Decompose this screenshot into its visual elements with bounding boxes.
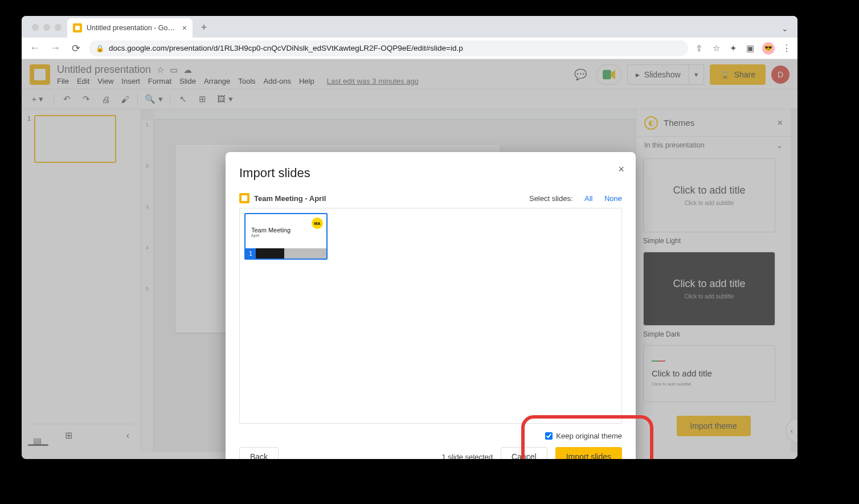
select-slides-label: Select slides:	[529, 194, 573, 203]
import-slide-thumbnail[interactable]: MA Team Meeting April 1	[244, 213, 328, 260]
slides-grid: MA Team Meeting April 1	[239, 208, 622, 424]
tab-list-chevron-icon[interactable]: ⌄	[782, 24, 797, 38]
thumb-image-strip	[256, 248, 326, 259]
slides-icon	[73, 23, 82, 32]
back-button[interactable]: ←	[27, 41, 42, 56]
close-dialog-button[interactable]: ×	[618, 163, 624, 175]
keep-original-theme-checkbox[interactable]	[545, 432, 553, 440]
forward-button: →	[48, 41, 63, 56]
tab-title: Untitled presentation - Google	[87, 24, 178, 32]
tab-strip: Untitled presentation - Google × + ⌄	[22, 16, 797, 38]
window-traffic-lights[interactable]	[26, 24, 67, 38]
new-tab-button[interactable]: +	[196, 19, 212, 35]
selection-status: 1 slide selected	[441, 453, 493, 460]
thumb-subtitle: April	[251, 233, 321, 237]
reload-button[interactable]: ⟳	[68, 41, 83, 56]
kebab-menu-icon[interactable]: ⋮	[782, 43, 792, 54]
source-presentation-name: Team Meeting - April	[254, 194, 326, 203]
select-all-link[interactable]: All	[584, 194, 592, 203]
thumb-number: 1	[246, 248, 256, 259]
address-bar: ← → ⟳ 🔒 docs.google.com/presentation/d/1…	[22, 38, 797, 59]
slide-badge: MA	[312, 218, 323, 229]
cancel-button[interactable]: Cancel	[501, 447, 547, 459]
select-none-link[interactable]: None	[604, 194, 622, 203]
import-slides-dialog: Import slides × Team Meeting - April Sel…	[226, 152, 636, 459]
lock-icon: 🔒	[96, 44, 104, 52]
slides-app: Untitled presentation ☆ ▭ ☁ File Edit Vi…	[22, 59, 797, 459]
profile-avatar[interactable]: 😎	[762, 42, 775, 55]
dialog-title: Import slides	[239, 166, 622, 181]
url-input[interactable]: 🔒 docs.google.com/presentation/d/1RL3H9c…	[89, 40, 688, 56]
url-text: docs.google.com/presentation/d/1RL3H9cp0…	[109, 44, 463, 52]
slides-icon	[239, 193, 249, 203]
browser-tab[interactable]: Untitled presentation - Google ×	[67, 18, 193, 38]
import-slides-button[interactable]: Import slides	[555, 447, 622, 459]
thumb-title: Team Meeting	[251, 227, 321, 233]
bookmark-star-icon[interactable]: ☆	[711, 43, 721, 54]
browser-window: Untitled presentation - Google × + ⌄ ← →…	[22, 16, 797, 459]
keep-original-theme-label: Keep original theme	[556, 432, 622, 440]
sidepanel-icon[interactable]: ▣	[745, 43, 755, 54]
share-page-icon[interactable]: ⇧	[694, 43, 704, 54]
back-button[interactable]: Back	[239, 447, 279, 459]
close-icon[interactable]: ×	[182, 23, 187, 32]
extensions-icon[interactable]: ✦	[728, 43, 738, 54]
